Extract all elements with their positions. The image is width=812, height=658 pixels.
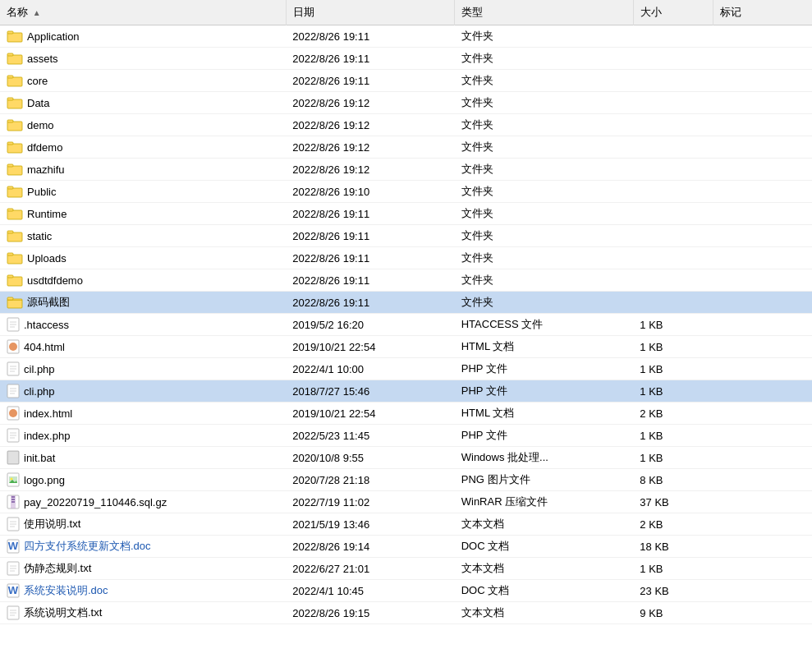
svg-rect-55: [11, 501, 15, 503]
col-header-date[interactable]: 日期: [286, 0, 455, 25]
table-row[interactable]: pay_20220719_110446.sql.gz2022/7/19 11:0…: [0, 491, 812, 513]
table-row[interactable]: Application2022/8/26 19:11文件夹: [0, 25, 812, 48]
svg-rect-7: [7, 98, 13, 100]
table-row[interactable]: Runtime2022/8/26 19:11文件夹: [0, 203, 812, 225]
file-tag: [713, 92, 812, 114]
table-row[interactable]: index.php2022/5/23 11:45PHP 文件1 KB: [0, 425, 812, 447]
table-row[interactable]: Uploads2022/8/26 19:11文件夹: [0, 247, 812, 269]
name-cell: dfdemo: [0, 136, 286, 159]
svg-rect-8: [7, 122, 22, 131]
table-row[interactable]: logo.png2020/7/28 21:18PNG 图片文件8 KB: [0, 469, 812, 491]
file-type: 文件夹: [455, 225, 634, 247]
svg-rect-6: [7, 99, 22, 108]
file-tag: [713, 181, 812, 203]
folder-icon: [7, 163, 23, 176]
file-tag: [713, 25, 812, 48]
file-type: WinRAR 压缩文件: [455, 491, 634, 513]
name-cell: cil.php: [0, 358, 286, 380]
file-icon: W: [7, 539, 20, 554]
file-type: 文件夹: [455, 181, 634, 203]
file-icon: [7, 317, 20, 332]
file-icon: W: [7, 583, 20, 598]
table-row[interactable]: init.bat2020/10/8 9:55Windows 批处理...1 KB: [0, 447, 812, 469]
file-list: 名称 ▲ 日期 类型 大小 标记 Application2022/8/26 19…: [0, 0, 812, 624]
folder-icon: [7, 96, 23, 109]
table-row[interactable]: demo2022/8/26 19:12文件夹: [0, 114, 812, 136]
sort-arrow-name: ▲: [33, 8, 41, 17]
file-size: [633, 247, 713, 269]
svg-point-41: [9, 409, 17, 417]
table-row[interactable]: W 系统安装说明.doc2022/4/1 10:45DOC 文档23 KB: [0, 580, 812, 602]
name-cell: demo: [0, 114, 286, 136]
file-size: 2 KB: [633, 513, 713, 536]
folder-icon: [7, 30, 23, 43]
table-row[interactable]: Public2022/8/26 19:10文件夹: [0, 181, 812, 203]
table-row[interactable]: static2022/8/26 19:11文件夹: [0, 225, 812, 247]
file-date: 2022/8/26 19:11: [286, 247, 455, 269]
folder-icon: [7, 52, 23, 65]
svg-rect-21: [7, 253, 13, 255]
file-tag: [713, 580, 812, 602]
file-tag: [713, 136, 812, 159]
name-cell: usdtdfdemo: [0, 269, 286, 292]
file-size: 8 KB: [633, 469, 713, 491]
svg-rect-17: [7, 209, 13, 211]
file-date: 2022/8/26 19:11: [286, 225, 455, 247]
col-header-tag[interactable]: 标记: [713, 0, 812, 25]
file-size: 1 KB: [633, 314, 713, 336]
file-date: 2018/7/27 15:46: [286, 380, 455, 403]
file-name: 使用说明.txt: [24, 517, 80, 531]
file-size: [633, 136, 713, 159]
table-row[interactable]: W 四方支付系统更新文档.doc2022/8/26 19:14DOC 文档18 …: [0, 536, 812, 558]
table-row[interactable]: Data2022/8/26 19:12文件夹: [0, 92, 812, 114]
table-row[interactable]: core2022/8/26 19:11文件夹: [0, 70, 812, 92]
file-icon: [7, 517, 20, 531]
file-icon: [7, 450, 20, 465]
table-row[interactable]: 伪静态规则.txt2022/6/27 21:01文本文档1 KB: [0, 558, 812, 580]
file-tag: [713, 269, 812, 292]
table-row[interactable]: 系统说明文档.txt2022/8/26 19:15文本文档9 KB: [0, 602, 812, 624]
table-row[interactable]: assets2022/8/26 19:11文件夹: [0, 48, 812, 70]
name-cell: init.bat: [0, 447, 286, 469]
table-row[interactable]: .htaccess2019/5/2 16:20HTACCESS 文件1 KB: [0, 314, 812, 336]
name-cell: index.html: [0, 403, 286, 425]
file-date: 2022/8/26 19:15: [286, 602, 455, 624]
file-name: usdtdfdemo: [27, 274, 83, 287]
folder-icon: [7, 207, 23, 220]
file-type: Windows 批处理...: [455, 447, 634, 469]
table-row[interactable]: cil.php2022/4/1 10:00PHP 文件1 KB: [0, 358, 812, 380]
col-date-label: 日期: [293, 6, 314, 18]
table-header: 名称 ▲ 日期 类型 大小 标记: [0, 0, 812, 25]
file-name: cli.php: [24, 385, 55, 398]
file-name: 系统说明文档.txt: [24, 605, 102, 620]
file-name: index.php: [24, 430, 70, 442]
file-icon: [7, 495, 20, 509]
col-header-name[interactable]: 名称 ▲: [0, 0, 286, 25]
file-name: mazhifu: [27, 163, 65, 176]
file-tag: [713, 513, 812, 536]
table-row[interactable]: usdtdfdemo2022/8/26 19:11文件夹: [0, 269, 812, 292]
table-row[interactable]: cli.php2018/7/27 15:46PHP 文件1 KB: [0, 380, 812, 403]
file-type: 文本文档: [455, 602, 634, 624]
col-header-size[interactable]: 大小: [633, 0, 713, 25]
table-row[interactable]: mazhifu2022/8/26 19:12文件夹: [0, 159, 812, 181]
folder-icon: [7, 140, 23, 154]
table-row[interactable]: index.html2019/10/21 22:54HTML 文档2 KB: [0, 403, 812, 425]
table-row[interactable]: 源码截图2022/8/26 19:11文件夹: [0, 292, 812, 314]
table-row[interactable]: 使用说明.txt2021/5/19 13:46文本文档2 KB: [0, 513, 812, 536]
col-header-type[interactable]: 类型: [455, 0, 634, 25]
table-row[interactable]: 404.html2019/10/21 22:54HTML 文档1 KB: [0, 336, 812, 358]
file-name: logo.png: [24, 474, 65, 486]
svg-rect-47: [7, 451, 19, 464]
name-cell: cli.php: [0, 380, 286, 403]
file-name: .htaccess: [24, 319, 69, 331]
file-size: 1 KB: [633, 336, 713, 358]
table-row[interactable]: dfdemo2022/8/26 19:12文件夹: [0, 136, 812, 159]
svg-rect-18: [7, 232, 22, 242]
svg-rect-13: [7, 164, 13, 167]
svg-rect-0: [7, 33, 22, 42]
file-size: 1 KB: [633, 558, 713, 580]
file-tag: [713, 203, 812, 225]
file-icon: [7, 361, 20, 376]
file-size: 23 KB: [633, 580, 713, 602]
